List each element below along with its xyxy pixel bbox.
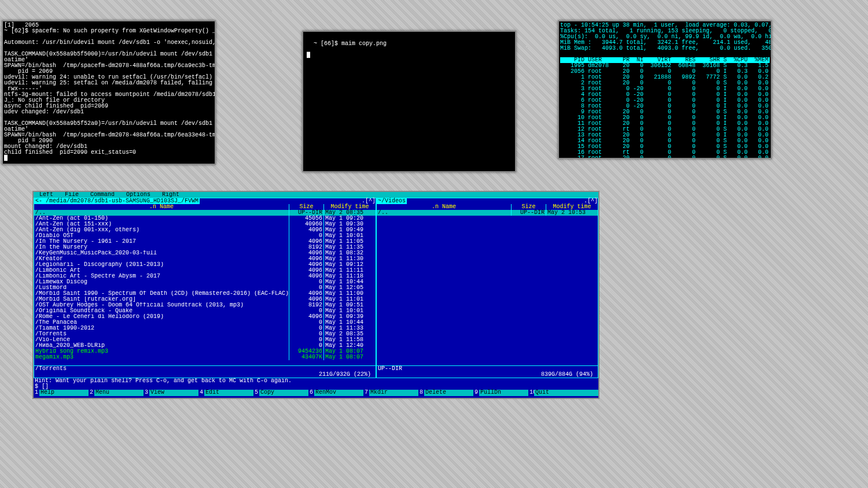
mc-hint: Hint: Want your plain shell? Press C-o, … [34, 378, 598, 384]
mc-file-row[interactable]: /..UP--DIRMay 2 08:35 [34, 210, 376, 216]
mc-file-name: /Diablo OST [34, 233, 289, 239]
mc-file-row[interactable]: /Legionarii - Discography (2011-2013)409… [34, 262, 376, 268]
mc-file-name: /Limewax Discog [34, 279, 289, 285]
mc-file-name: /.. [377, 210, 511, 216]
mc-file-name: /Tiamat 1990-2012 [34, 326, 289, 331]
mc-file-row[interactable]: /Tiamat 1990-20120May 1 11:33 [34, 326, 376, 331]
mc-file-row[interactable]: Hybrid song remix.mp39454236May 1 08:07 [34, 349, 376, 354]
mc-menu-file[interactable]: File [65, 192, 79, 198]
mc-file-name: /The Panacea [34, 320, 289, 326]
mc-file-name: /Kreator [34, 256, 289, 262]
mc-right-free: 839G/884G (94%) [541, 372, 595, 378]
mc-file-name: megamix.mp3 [34, 354, 289, 360]
mc-file-name: /KeyGenMusic_MusicPack_2020-03-full [34, 250, 289, 256]
mc-menu-right[interactable]: Right [162, 192, 179, 198]
mc-file-name: /Lustmord [34, 285, 289, 291]
mc-file-row[interactable]: /Rome - Le Ceneri di Heliodoro (2019)409… [34, 314, 376, 320]
terminal-2[interactable]: ~ [66]$ maim copy.png █ [302, 31, 516, 172]
mc-file-date: May 1 08:07 [323, 354, 376, 360]
mc-file-name: /Limbonic Art [34, 268, 289, 273]
mc-file-size: UP--DIR [511, 210, 546, 216]
mc-file-row[interactable]: /Original Soundtrack - Quake0May 1 10:01 [34, 308, 376, 314]
mc-file-row[interactable]: /Limbonic Art - Spectre Abysm - 20174096… [34, 273, 376, 279]
mc-file-row[interactable]: megamix.mp343407KMay 1 08:07 [34, 354, 376, 360]
mc-file-name: /Morbid Saint [rutracker.org] [34, 297, 289, 302]
mc-file-row[interactable]: /In The Nursery - 1961 - 20174096May 1 1… [34, 239, 376, 245]
mc-right-status: UP--DIR [378, 366, 402, 372]
mc-col-name: .n Name [34, 204, 289, 210]
mc-file-date: May 2 10:53 [546, 210, 598, 216]
mc-left-path[interactable]: <- /media/dm2078/sdb1-usb-SAMSUNG_HD103S… [34, 198, 200, 204]
top-process-row[interactable]: 17 root 20 0 0 0 0 S 0.0 0.0 0:00.01 kso… [560, 156, 770, 159]
mc-fkey-copy[interactable]: 5Copy [253, 390, 308, 396]
mc-fkey-help[interactable]: 1Help [34, 390, 89, 396]
mc-menu-command[interactable]: Command [90, 192, 115, 198]
mc-file-row[interactable]: /Ant-Zen (dig 001-xxx, others)4096May 1 … [34, 227, 376, 233]
mc-left-panel[interactable]: <- /media/dm2078/sdb1-usb-SAMSUNG_HD103S… [34, 198, 376, 378]
mc-menu-bar[interactable]: LeftFileCommandOptionsRight [34, 192, 598, 198]
midnight-commander[interactable]: LeftFileCommandOptionsRight <- /media/dm… [32, 191, 599, 399]
mc-fkey-quit[interactable]: 10Quit [528, 390, 583, 396]
mc-file-name: /Torrents [34, 331, 289, 337]
mc-file-name: /Ant-Zen (dig 001-xxx, others) [34, 227, 289, 233]
mc-file-row[interactable]: /Diablo OST0May 1 10:01 [34, 233, 376, 239]
mc-left-status: /Torrents [35, 366, 67, 372]
mc-function-keys[interactable]: 1Help2Menu3View4Edit5Copy6RenMov7Mkdir8D… [34, 390, 598, 396]
mc-file-name: /Original Soundtrack - Quake [34, 308, 289, 314]
top-header-line: MiB Swap: 4093.0 total, 4093.0 free, 0.0… [560, 46, 770, 51]
mc-file-name: /Нива_2020_WEB-DLRip [34, 343, 289, 349]
mc-file-row[interactable]: /KeyGenMusic_MusicPack_2020-03-full4096M… [34, 250, 376, 256]
mc-file-row[interactable]: /Lustmord0May 1 12:05 [34, 285, 376, 291]
mc-menu-options[interactable]: Options [126, 192, 150, 198]
mc-right-path[interactable]: ~/Videos [377, 198, 407, 204]
mc-file-name: /Vio-Lence [34, 337, 289, 343]
mc-col-name: .n Name [377, 204, 511, 210]
mc-file-row[interactable]: /Нива_2020_WEB-DLRip0May 1 12:40 [34, 343, 376, 349]
mc-file-name: /OST Aubrey Hodges - Doom 64 Official So… [34, 302, 289, 308]
mc-file-row[interactable]: /Torrents0May 2 08:35 [34, 331, 376, 337]
terminal-1[interactable]: [1] 2065 ~ [62]$ spacefm: No such proper… [2, 20, 216, 165]
mc-file-row[interactable]: /Vio-Lence0May 1 11:58 [34, 337, 376, 343]
term2-prompt: ~ [66]$ maim copy.png [314, 40, 387, 47]
mc-file-row[interactable]: /The Panacea0May 1 10:44 [34, 320, 376, 326]
mc-left-free: 211G/932G (22%) [319, 372, 373, 378]
mc-file-name: /.. [34, 210, 289, 216]
mc-file-row[interactable]: /Limewax Discog0May 1 10:44 [34, 279, 376, 285]
mc-file-name: /Legionarii - Discography (2011-2013) [34, 262, 289, 268]
mc-file-name: /Rome - Le Ceneri di Heliodoro (2019) [34, 314, 289, 320]
term2-cursor: █ [307, 52, 310, 58]
mc-fkey-renmov[interactable]: 6RenMov [308, 390, 363, 396]
mc-file-row[interactable]: /OST Aubrey Hodges - Doom 64 Official So… [34, 302, 376, 308]
mc-file-size: 43407K [289, 354, 323, 360]
mc-file-row[interactable]: /Kreator4096May 1 11:30 [34, 256, 376, 262]
mc-file-name: /Morbid Saint 1990 - Spectrum Of Death (… [34, 291, 289, 297]
mc-right-panel[interactable]: ~/Videos.[^].n NameSizeModify time/..UP-… [376, 198, 598, 378]
mc-file-name: /Ant-Zen (act 01-150) [34, 216, 289, 221]
mc-fkey-mkdir[interactable]: 7Mkdir [363, 390, 418, 396]
mc-fkey-menu[interactable]: 2Menu [89, 390, 144, 396]
mc-menu-left[interactable]: Left [39, 192, 53, 198]
terminal-top[interactable]: top - 10:54:25 up 38 min, 1 user, load a… [558, 20, 772, 159]
mc-file-row[interactable]: /In the Nursery8192May 1 11:35 [34, 245, 376, 250]
mc-file-name: /Limbonic Art - Spectre Abysm - 2017 [34, 273, 289, 279]
mc-file-row[interactable]: /Ant-Zen (act 01-150)45056May 1 09:20 [34, 216, 376, 221]
mc-file-row[interactable]: /Morbid Saint [rutracker.org]4096May 1 1… [34, 297, 376, 302]
mc-fkey-edit[interactable]: 4Edit [198, 390, 253, 396]
mc-file-name: /In the Nursery [34, 245, 289, 250]
mc-file-row[interactable]: /Ant-Zen (act 151-xxx)40960May 1 09:30 [34, 221, 376, 227]
mc-fkey-view[interactable]: 3View [144, 390, 198, 396]
mc-fkey-delete[interactable]: 8Delete [418, 390, 473, 396]
mc-file-row[interactable]: /Morbid Saint 1990 - Spectrum Of Death (… [34, 291, 376, 297]
mc-file-name: Hybrid song remix.mp3 [34, 349, 289, 354]
mc-file-row[interactable]: /Limbonic Art4096May 1 11:11 [34, 268, 376, 273]
mc-file-row[interactable]: /..UP--DIRMay 2 10:53 [377, 210, 598, 216]
mc-fkey-pulldn[interactable]: 9PullDn [473, 390, 528, 396]
mc-file-name: /In The Nursery - 1961 - 2017 [34, 239, 289, 245]
mc-file-name: /Ant-Zen (act 151-xxx) [34, 221, 289, 227]
